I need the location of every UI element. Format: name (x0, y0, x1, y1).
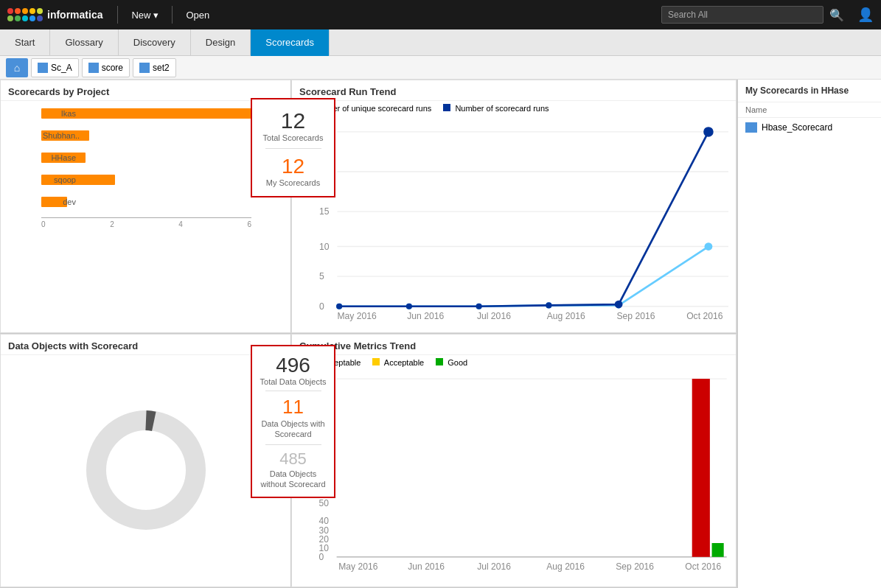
svg-text:10: 10 (319, 242, 330, 252)
tabbar: Start Glossary Discovery Design Scorecar… (0, 29, 881, 56)
stats-divider (265, 148, 321, 149)
without-scorecard-number: 485 (258, 449, 328, 469)
left-panel: Scorecards by Project Ikas Shubhan.. (0, 80, 737, 588)
tab-glossary[interactable]: Glossary (50, 29, 118, 56)
donut-svg (80, 404, 212, 536)
search-container: 🔍 (661, 6, 844, 24)
svg-point-25 (406, 304, 412, 309)
stats-top-box: 12 Total Scorecards 12 My Scorecards (251, 98, 335, 197)
bar-good-oct (712, 543, 724, 557)
svg-text:May 2016: May 2016 (337, 311, 377, 321)
navbar-divider-2 (172, 6, 173, 24)
svg-text:Sep 2016: Sep 2016 (616, 311, 655, 321)
svg-text:5: 5 (319, 271, 324, 281)
scorecard-icon (38, 63, 48, 73)
tab-discovery[interactable]: Discovery (119, 29, 191, 56)
sidebar-item-hbase[interactable]: Hbase_Scorecard (738, 118, 881, 137)
svg-point-29 (703, 127, 714, 137)
bar-label-shubhan: Shubhan.. (43, 131, 76, 140)
scorecards-by-project: Scorecards by Project Ikas Shubhan.. (0, 80, 291, 333)
data-objects-section: Data Objects with Scorecard (0, 334, 291, 587)
stats-bottom-divider1 (265, 391, 321, 391)
svg-point-26 (476, 304, 482, 309)
sidebar-col-header: Name (738, 102, 881, 118)
open-button[interactable]: Open (180, 10, 215, 21)
sidebar-title: My Scorecards in HHase (738, 80, 881, 102)
svg-text:Oct 2016: Oct 2016 (686, 311, 723, 321)
open-tab-set2[interactable]: set2 (133, 58, 176, 77)
bar-label-hhase: HHase (43, 153, 76, 162)
without-scorecard-label: Data Objects without Scorecard (258, 469, 328, 490)
svg-text:0: 0 (318, 552, 324, 562)
data-objects-title: Data Objects with Scorecard (1, 335, 290, 355)
bar-label-dev: dev (43, 197, 76, 206)
scorecard-run-trend-title: Scorecard Run Trend (292, 80, 736, 101)
sidebar-scorecard-icon (745, 122, 757, 133)
legend-good: Good (436, 358, 467, 367)
search-input[interactable] (661, 6, 823, 24)
legend-dot-all (443, 104, 450, 111)
svg-text:0: 0 (319, 301, 324, 312)
open-tab-sc-a-label: Sc_A (51, 63, 72, 73)
svg-text:May 2016: May 2016 (338, 561, 377, 572)
new-button[interactable]: New ▾ (125, 10, 164, 21)
user-icon[interactable]: 👤 (857, 7, 874, 23)
svg-text:Sep 2016: Sep 2016 (616, 561, 654, 572)
bar-row-sqoop: sqoop (41, 173, 283, 186)
stats-bottom-divider2 (265, 444, 321, 445)
legend-acceptable: Acceptable (372, 358, 424, 367)
svg-point-24 (336, 304, 342, 309)
bar-row-ikas: Ikas (41, 107, 283, 120)
cumulative-metrics: Cumulative Metrics Trend Unacceptable Ac… (291, 334, 737, 587)
svg-point-27 (546, 302, 551, 308)
open-tab-score[interactable]: score (82, 58, 130, 77)
svg-point-28 (615, 301, 623, 309)
svg-text:Oct 2016: Oct 2016 (685, 561, 721, 572)
with-scorecard-label: Data Objects with Scorecard (258, 419, 328, 440)
svg-text:Aug 2016: Aug 2016 (547, 311, 585, 321)
scorecards-by-project-title: Scorecards by Project (1, 80, 290, 101)
svg-text:Jul 2016: Jul 2016 (477, 561, 511, 572)
svg-point-30 (96, 421, 195, 520)
bar-axis: 0 2 4 6 (41, 217, 251, 228)
right-sidebar: My Scorecards in HHase Name Hbase_Scorec… (737, 80, 881, 588)
scorecard-icon-2 (88, 63, 99, 73)
svg-text:Jun 2016: Jun 2016 (408, 561, 445, 572)
run-trend-chart-area: 25 20 15 10 5 0 May 2016 (292, 116, 736, 323)
app-logo: informatica (7, 8, 102, 21)
my-scorecards-number: 12 (258, 155, 328, 178)
axis-4: 4 (178, 220, 183, 228)
donut-container (1, 355, 290, 585)
svg-text:50: 50 (318, 498, 329, 508)
svg-point-23 (705, 242, 713, 251)
tab-start[interactable]: Start (0, 29, 50, 56)
bar-label-ikas: Ikas (43, 109, 76, 118)
tab-design[interactable]: Design (191, 29, 251, 56)
stats-bottom-box: 496 Total Data Objects 11 Data Objects w… (251, 345, 335, 498)
total-data-objects-label: Total Data Objects (258, 377, 328, 386)
svg-text:Jun 2016: Jun 2016 (407, 311, 444, 321)
axis-0: 0 (41, 220, 46, 228)
logo-text: informatica (47, 9, 102, 21)
bar-unacceptable-oct (692, 379, 710, 557)
scorecard-icon-3 (139, 63, 150, 73)
legend-dot-acceptable (372, 358, 380, 365)
home-tab[interactable]: ⌂ (6, 58, 28, 77)
bar-row-hhase: HHase (41, 151, 283, 164)
svg-text:Jul 2016: Jul 2016 (477, 311, 511, 321)
axis-2: 2 (110, 220, 114, 228)
cumulative-svg: 120 110 100 90 80 70 60 50 40 30 20 10 0 (299, 370, 728, 578)
cumulative-chart-area: 120 110 100 90 80 70 60 50 40 30 20 10 0 (292, 370, 736, 578)
search-button[interactable]: 🔍 (829, 8, 844, 22)
bottom-dashboard-row: Data Objects with Scorecard 496 Total Da… (0, 334, 737, 588)
tab-scorecards[interactable]: Scorecards (251, 29, 330, 56)
open-tab-sc-a[interactable]: Sc_A (31, 58, 79, 77)
open-tab-score-label: score (102, 63, 123, 73)
bar-label-sqoop: sqoop (43, 175, 76, 184)
run-trend-svg: 25 20 15 10 5 0 May 2016 (299, 116, 728, 323)
main-content: Scorecards by Project Ikas Shubhan.. (0, 80, 881, 588)
logo-dots (7, 8, 43, 21)
sidebar-item-label: Hbase_Scorecard (762, 122, 832, 133)
top-dashboard-row: Scorecards by Project Ikas Shubhan.. (0, 80, 737, 334)
scorecard-run-trend-legend: Number of unique scorecard runs Number o… (292, 101, 736, 116)
